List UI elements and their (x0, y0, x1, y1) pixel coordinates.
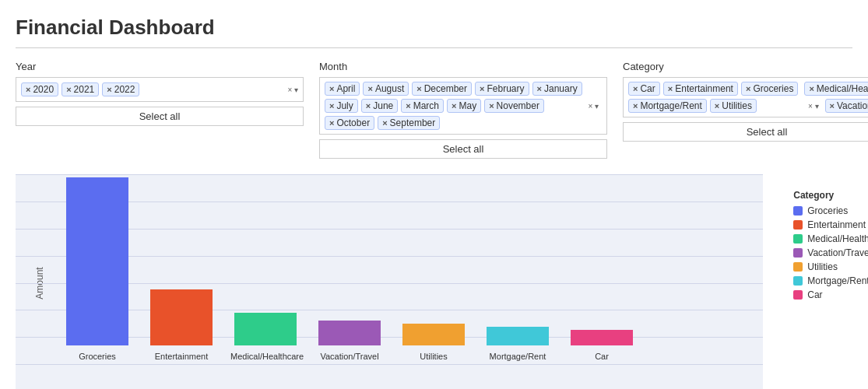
legend-item-groceries: Groceries (793, 205, 868, 216)
legend-dot-utilities (793, 262, 803, 272)
year-select-all-button[interactable]: Select all (16, 107, 304, 126)
legend-label-car: Car (807, 289, 822, 300)
bar-groceries (66, 177, 128, 345)
year-tag-2021[interactable]: × 2021 (61, 82, 99, 96)
bar-label-groceries: Groceries (62, 352, 132, 361)
bar-label-entertainment: Entertainment (146, 352, 216, 361)
legend-dot-medical-healthcare (793, 234, 803, 244)
legend-item-medical-healthcare: Medical/Healthcare (793, 233, 868, 244)
bar-group-entertainment: Entertainment (146, 289, 216, 361)
legend-dot-groceries (793, 206, 803, 216)
legend-label-vacation-travel: Vacation/Travel (807, 247, 868, 258)
bar-label-mortgage-rent: Mortgage/Rent (483, 352, 553, 361)
month-dropdown-arrow[interactable]: × ▾ (588, 102, 599, 110)
bar-label-medical-healthcare: Medical/Healthcare (230, 352, 300, 361)
bar-label-car: Car (567, 352, 637, 361)
legend-title: Category (793, 190, 868, 201)
bar-label-utilities: Utilities (399, 352, 469, 361)
bar-group-medical-healthcare: Medical/Healthcare (230, 313, 300, 361)
month-tag-october[interactable]: ×October (325, 116, 374, 130)
bar-medical-healthcare (234, 313, 297, 345)
category-tag-entertainment[interactable]: ×Entertainment (663, 82, 738, 96)
legend-item-vacation-travel: Vacation/Travel (793, 247, 868, 258)
gridline-8000: 8000 (16, 174, 763, 175)
legend-item-car: Car (793, 289, 868, 300)
chart-legend: Category GroceriesEntertainmentMedical/H… (793, 190, 868, 303)
category-filter-group: Category ×Car ×Entertainment ×Groceries … (623, 61, 868, 142)
month-tag-june[interactable]: ×June (361, 99, 398, 113)
filters-row: Year × 2020 × 2021 × 2022 × ▾ Select all… (16, 61, 852, 159)
category-tag-utilities[interactable]: ×Utilities (710, 99, 757, 113)
year-filter-label: Year (16, 61, 304, 72)
month-tag-september[interactable]: ×September (378, 116, 440, 130)
month-tag-march[interactable]: ×March (401, 99, 444, 113)
bar-utilities (402, 324, 465, 345)
legend-label-utilities: Utilities (807, 261, 838, 272)
month-filter-box[interactable]: ×April ×August ×December ×February ×Janu… (319, 77, 607, 135)
year-dropdown-arrow[interactable]: × ▾ (287, 86, 298, 94)
chart-container: Amount 8000 7000 6000 5000 4000 3000 200… (16, 174, 852, 389)
category-select-all-button[interactable]: Select all (623, 122, 868, 142)
legend-item-entertainment: Entertainment (793, 219, 868, 230)
bar-entertainment (150, 289, 213, 345)
bar-group-utilities: Utilities (399, 324, 469, 361)
legend-item-utilities: Utilities (793, 261, 868, 272)
legend-dot-vacation-travel (793, 248, 803, 258)
year-filter-box[interactable]: × 2020 × 2021 × 2022 × ▾ (16, 77, 304, 102)
y-axis-label: Amount (34, 267, 45, 299)
category-tag-car[interactable]: ×Car (628, 82, 660, 96)
gridline-1000: 1000 (16, 364, 763, 365)
remove-year-2021[interactable]: × (66, 85, 71, 94)
bar-vacation-travel (318, 321, 381, 345)
month-tag-december[interactable]: ×December (412, 82, 472, 96)
category-tag-mortgage[interactable]: ×Mortgage/Rent (628, 99, 707, 113)
legend-label-medical-healthcare: Medical/Healthcare (807, 233, 868, 244)
bar-label-vacation-travel: Vacation/Travel (315, 352, 385, 361)
chart-bars: GroceriesEntertainmentMedical/Healthcare… (62, 182, 747, 361)
year-tag-2022[interactable]: × 2022 (102, 82, 139, 96)
bar-group-mortgage-rent: Mortgage/Rent (483, 327, 553, 361)
category-filter-label: Category (623, 61, 868, 72)
legend-label-mortgage-rent: Mortgage/Rent (807, 275, 868, 286)
year-filter-group: Year × 2020 × 2021 × 2022 × ▾ Select all (16, 61, 304, 126)
legend-dot-mortgage-rent (793, 276, 803, 286)
bar-group-vacation-travel: Vacation/Travel (315, 321, 385, 361)
remove-year-2020[interactable]: × (26, 85, 30, 94)
month-tag-november[interactable]: ×November (484, 99, 544, 113)
category-tag-groceries[interactable]: ×Groceries (741, 82, 798, 96)
legend-dot-car (793, 290, 803, 300)
month-select-all-button[interactable]: Select all (319, 139, 607, 159)
page-title: Financial Dashboard (16, 16, 852, 48)
month-tag-april[interactable]: ×April (325, 82, 360, 96)
month-filter-label: Month (319, 61, 607, 72)
month-tag-february[interactable]: ×February (475, 82, 529, 96)
legend-item-mortgage-rent: Mortgage/Rent (793, 275, 868, 286)
category-tag-medical[interactable]: ×Medical/Healthcare (804, 82, 868, 96)
legend-dot-entertainment (793, 220, 803, 230)
bar-group-groceries: Groceries (62, 177, 132, 361)
legend-label-entertainment: Entertainment (807, 219, 866, 230)
month-tag-january[interactable]: ×January (532, 82, 582, 96)
chart-area: Amount 8000 7000 6000 5000 4000 3000 200… (16, 174, 763, 389)
category-filter-box[interactable]: ×Car ×Entertainment ×Groceries ×Medical/… (623, 77, 868, 117)
legend-label-groceries: Groceries (807, 205, 848, 216)
category-tag-vacation[interactable]: ×Vacation/Travel (825, 99, 868, 113)
month-tag-august[interactable]: ×August (363, 82, 409, 96)
bar-mortgage-rent (487, 327, 549, 345)
month-tag-may[interactable]: ×May (447, 99, 481, 113)
month-filter-group: Month ×April ×August ×December ×February… (319, 61, 607, 159)
category-dropdown-arrow[interactable]: × ▾ (808, 102, 819, 110)
remove-year-2022[interactable]: × (107, 85, 111, 94)
month-tag-july[interactable]: ×July (325, 99, 358, 113)
bar-group-car: Car (567, 330, 637, 361)
bar-car (571, 330, 633, 345)
year-tag-2020[interactable]: × 2020 (21, 82, 58, 96)
